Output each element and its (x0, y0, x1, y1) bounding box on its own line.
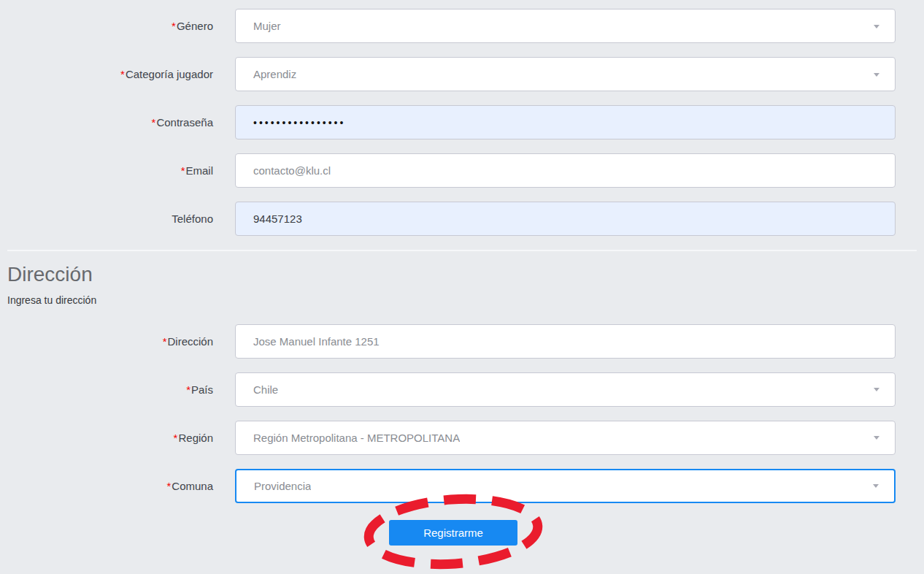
registration-form-page: *Género Mujer *Categoría jugador Aprendi… (0, 0, 924, 574)
region-value: Región Metropolitana - METROPOLITANA (253, 432, 460, 444)
address-input[interactable]: Jose Manuel Infante 1251 (235, 324, 896, 359)
address-value: Jose Manuel Infante 1251 (253, 335, 380, 348)
field-label-text: Género (177, 20, 213, 32)
comuna-select[interactable]: Providencia (235, 469, 896, 503)
email-value: contacto@klu.cl (253, 164, 331, 177)
required-asterisk: * (152, 116, 156, 129)
phone-value: 94457123 (253, 213, 302, 225)
form-row-comuna: *Comuna Providencia (0, 469, 924, 503)
form-row-genero: *Género Mujer (0, 9, 924, 43)
section-divider (7, 250, 917, 251)
field-label-text: Región (178, 432, 213, 444)
register-button[interactable]: Registrarme (389, 520, 517, 546)
phone-input[interactable]: 94457123 (235, 202, 896, 236)
field-label-text: Teléfono (172, 213, 213, 225)
email-label: *Email (0, 164, 213, 177)
comuna-label: *Comuna (0, 480, 213, 492)
categoria-label: *Categoría jugador (0, 68, 213, 80)
field-label-text: Email (185, 164, 213, 177)
chevron-down-icon (874, 25, 879, 28)
country-value: Chile (253, 383, 278, 396)
required-asterisk: * (166, 480, 171, 492)
form-row-contrasena: *Contraseña •••••••••••••••• (0, 105, 924, 139)
address-section: *Dirección Jose Manuel Infante 1251 *Paí… (0, 307, 924, 503)
email-input[interactable]: contacto@klu.cl (235, 153, 896, 188)
required-asterisk: * (181, 164, 185, 177)
chevron-down-icon (874, 436, 879, 440)
form-row-categoria: *Categoría jugador Aprendiz (0, 57, 924, 91)
password-input[interactable]: •••••••••••••••• (235, 105, 896, 139)
genero-label: *Género (0, 20, 213, 32)
form-row-email: *Email contacto@klu.cl (0, 153, 924, 188)
address-section-subtitle: Ingresa tu dirección (7, 294, 924, 307)
account-section: *Género Mujer *Categoría jugador Aprendi… (0, 0, 924, 236)
required-asterisk: * (172, 20, 176, 32)
direccion-label: *Dirección (0, 335, 213, 348)
genero-select[interactable]: Mujer (235, 9, 896, 43)
categoria-jugador-select[interactable]: Aprendiz (235, 57, 896, 91)
form-row-telefono: Teléfono 94457123 (0, 202, 924, 236)
telefono-label: Teléfono (0, 213, 213, 225)
comuna-value: Providencia (254, 480, 311, 492)
country-select[interactable]: Chile (235, 372, 896, 407)
required-asterisk: * (186, 383, 190, 396)
chevron-down-icon (873, 484, 879, 488)
password-masked-value: •••••••••••••••• (253, 117, 345, 129)
field-label-text: País (191, 383, 213, 396)
form-row-region: *Región Región Metropolitana - METROPOLI… (0, 421, 924, 455)
required-asterisk: * (120, 68, 125, 80)
pais-label: *País (0, 383, 213, 396)
region-select[interactable]: Región Metropolitana - METROPOLITANA (235, 421, 896, 455)
field-label-text: Dirección (167, 335, 213, 348)
categoria-value: Aprendiz (253, 68, 296, 80)
required-asterisk: * (174, 432, 178, 444)
genero-value: Mujer (253, 20, 281, 32)
contrasena-label: *Contraseña (0, 116, 213, 129)
form-row-pais: *País Chile (0, 372, 924, 407)
field-label-text: Categoría jugador (126, 68, 213, 80)
form-row-direccion: *Dirección Jose Manuel Infante 1251 (0, 324, 924, 359)
address-section-title: Dirección (7, 262, 924, 287)
required-asterisk: * (163, 335, 167, 348)
region-label: *Región (0, 432, 213, 444)
field-label-text: Contraseña (156, 116, 213, 129)
chevron-down-icon (874, 388, 879, 391)
chevron-down-icon (874, 73, 879, 77)
field-label-text: Comuna (172, 480, 213, 492)
